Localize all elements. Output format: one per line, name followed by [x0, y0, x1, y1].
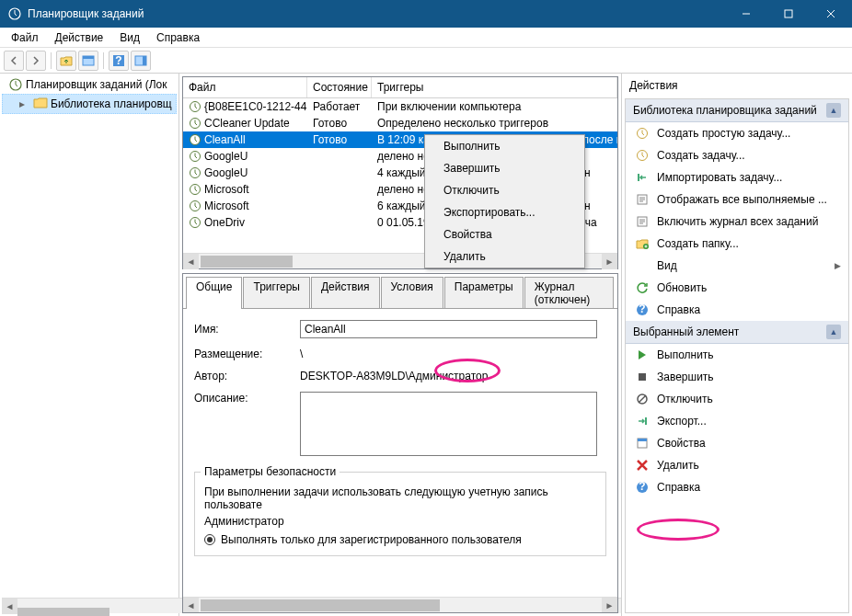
svg-text:?: ?	[639, 303, 645, 315]
scheduler-icon	[8, 77, 23, 92]
section-library[interactable]: Библиотека планировщика заданий ▲	[626, 99, 848, 122]
action-вид[interactable]: Вид▶	[626, 255, 848, 277]
menu-help[interactable]: Справка	[148, 29, 208, 47]
tree-root[interactable]: Планировщик заданий (Лок	[2, 75, 177, 94]
action-создать-простую-задачу-[interactable]: Создать простую задачу...	[626, 122, 848, 144]
end-icon	[635, 370, 650, 384]
svg-text:?: ?	[639, 481, 645, 493]
actions-pane: Действия Библиотека планировщика заданий…	[622, 74, 852, 616]
menu-view[interactable]: Вид	[111, 29, 148, 47]
action-sel-отключить[interactable]: Отключить	[626, 388, 848, 410]
security-fieldset: Параметры безопасности При выполнении за…	[194, 465, 606, 556]
svg-rect-7	[143, 56, 146, 65]
action-sel-удалить[interactable]: Удалить	[626, 454, 848, 476]
pane-icon[interactable]	[78, 51, 98, 71]
action-sel-справка[interactable]: ?Справка	[626, 476, 848, 498]
minimize-button[interactable]	[725, 0, 767, 28]
col-file[interactable]: Файл	[183, 77, 307, 97]
tab-actions[interactable]: Действия	[311, 277, 380, 309]
action-справка[interactable]: ?Справка	[626, 299, 848, 321]
svg-rect-27	[645, 417, 647, 425]
section-selected-label: Выбранный элемент	[633, 325, 739, 338]
desc-field[interactable]	[300, 392, 597, 456]
action-обновить[interactable]: Обновить	[626, 277, 848, 299]
action-импортировать-задачу-[interactable]: Импортировать задачу...	[626, 166, 848, 188]
tab-conditions[interactable]: Условия	[381, 277, 443, 309]
import-icon	[635, 170, 650, 185]
maximize-button[interactable]	[767, 0, 810, 28]
clock-icon	[189, 150, 201, 163]
svg-rect-25	[639, 373, 646, 381]
task-row[interactable]: CCleaner UpdateГотовоОпределено нескольк…	[183, 115, 617, 131]
list-header: Файл Состояние Триггеры	[183, 77, 617, 98]
action-sel-выполнить[interactable]: Выполнить	[626, 344, 848, 366]
radio-label: Выполнять только для зарегистрированного…	[221, 533, 522, 546]
radio-logged-on-only[interactable]: Выполнять только для зарегистрированного…	[204, 533, 596, 546]
tab-general[interactable]: Общие	[186, 277, 242, 309]
help-icon[interactable]: ?	[109, 51, 129, 71]
new-folder-icon	[635, 236, 650, 251]
author-value: DESKTOP-A83M9LD\Администратор	[300, 370, 606, 382]
action-sel-свойства[interactable]: Свойства	[626, 432, 848, 454]
section-selected[interactable]: Выбранный элемент ▲	[626, 321, 848, 344]
props-icon	[635, 436, 650, 451]
action-создать-папку-[interactable]: Создать папку...	[626, 233, 848, 255]
svg-rect-19	[638, 174, 639, 181]
task-row[interactable]: {B08EE1C0-1212-441...РаботаетПри включен…	[183, 98, 617, 115]
tab-content-general: Имя: CleanAll Размещение: \ Автор: DESKT…	[183, 308, 617, 612]
svg-rect-1	[785, 10, 792, 17]
ctx-disable[interactable]: Отключить	[425, 179, 584, 201]
menu-action[interactable]: Действие	[47, 29, 112, 47]
action-sel-экспорт-[interactable]: Экспорт...	[626, 410, 848, 432]
detail-tabs: Общие Триггеры Действия Условия Параметр…	[183, 274, 617, 309]
name-label: Имя:	[194, 323, 300, 336]
action-отображать-все-выполняемые-[interactable]: Отображать все выполняемые ...	[626, 188, 848, 211]
menu-bar: Файл Действие Вид Справка	[0, 28, 852, 48]
action-sel-завершить[interactable]: Завершить	[626, 366, 848, 388]
clock-icon	[189, 183, 201, 196]
center-pane: Файл Состояние Триггеры {B08EE1C0-1212-4…	[179, 74, 622, 616]
close-button[interactable]	[810, 0, 852, 28]
action-включить-журнал-всех-заданий[interactable]: Включить журнал всех заданий	[626, 211, 848, 233]
app-icon	[7, 6, 22, 21]
col-state[interactable]: Состояние	[307, 77, 372, 97]
highlight-delete-action	[637, 519, 720, 541]
svg-rect-3	[83, 56, 94, 59]
detail-scrollbar[interactable]: ◄ ►	[183, 597, 617, 612]
tree-library[interactable]: ▸ Библиотека планировщ	[2, 94, 177, 114]
tab-triggers[interactable]: Триггеры	[243, 277, 310, 309]
back-icon[interactable]	[4, 51, 24, 71]
folder-up-icon[interactable]	[56, 51, 76, 71]
ctx-export[interactable]: Экспортировать...	[425, 201, 584, 223]
clock-icon	[189, 216, 201, 229]
svg-rect-29	[638, 439, 647, 441]
svg-text:?: ?	[115, 54, 121, 67]
log-icon	[635, 214, 650, 229]
delete-icon	[635, 458, 650, 473]
clock-icon	[189, 200, 201, 212]
details-pane: Общие Триггеры Действия Условия Параметр…	[182, 273, 618, 613]
forward-icon[interactable]	[26, 51, 46, 71]
tab-params[interactable]: Параметры	[444, 277, 524, 309]
menu-file[interactable]: Файл	[3, 29, 47, 47]
help-icon: ?	[635, 302, 650, 317]
ctx-props[interactable]: Свойства	[425, 223, 584, 245]
log-icon	[635, 192, 650, 207]
ctx-run[interactable]: Выполнить	[425, 135, 584, 157]
author-label: Автор:	[194, 370, 300, 382]
name-field[interactable]: CleanAll	[300, 320, 597, 338]
action-pane-icon[interactable]	[131, 51, 151, 71]
window-title: Планировщик заданий	[28, 7, 725, 20]
create-icon	[635, 148, 650, 163]
col-triggers[interactable]: Триггеры	[372, 77, 617, 97]
tab-journal[interactable]: Журнал (отключен)	[524, 277, 614, 309]
ctx-end[interactable]: Завершить	[425, 157, 584, 179]
ctx-delete[interactable]: Удалить	[425, 245, 584, 268]
loc-label: Размещение:	[194, 348, 300, 360]
export-icon	[635, 414, 650, 428]
tree-scrollbar[interactable]: ◄ ►	[2, 598, 179, 613]
chevron-up-icon: ▲	[826, 103, 841, 118]
expand-icon[interactable]: ▸	[19, 97, 29, 110]
expand-arrow-icon: ▶	[835, 261, 841, 270]
action-создать-задачу-[interactable]: Создать задачу...	[626, 144, 848, 166]
